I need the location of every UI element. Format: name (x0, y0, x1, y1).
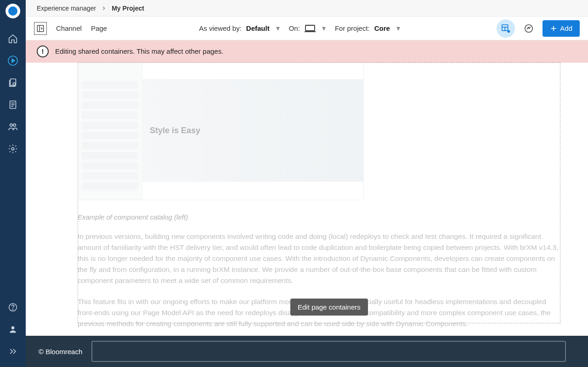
tooltip: Edit page containers (290, 299, 368, 316)
warning-message: Editing shared containers. This may affe… (55, 47, 223, 55)
svg-rect-16 (305, 25, 315, 31)
breadcrumb-current: My Project (112, 5, 144, 12)
add-button-label: Add (560, 24, 572, 32)
sidebar-item-help[interactable] (0, 296, 26, 318)
footer-container-slot[interactable] (91, 341, 566, 362)
sidebar-item-user[interactable] (0, 318, 26, 340)
page-dropdown[interactable]: Page (91, 24, 107, 32)
svg-point-12 (12, 309, 13, 310)
svg-point-9 (13, 124, 16, 127)
example-screenshot: Style is Easy (78, 62, 364, 200)
view-as-label: As viewed by: (199, 24, 242, 32)
main-area: Experience manager My Project Channel Pa… (26, 0, 588, 367)
page-canvas[interactable]: Style is Easy Example of component catal… (26, 62, 588, 367)
svg-marker-1 (12, 59, 15, 62)
page-footer: © Bloomreach (26, 336, 588, 367)
tooltip-text: Edit page containers (298, 303, 361, 311)
image-caption: Example of component catalog (left) (78, 213, 560, 221)
view-as-value[interactable]: Default (246, 24, 270, 32)
hero-title-text: Style is Easy (150, 126, 200, 136)
body-paragraph: In previous versions, building new compo… (78, 231, 560, 286)
editor-toolbar: Channel Page As viewed by: Default ▾ On:… (26, 17, 588, 40)
chevron-down-icon[interactable]: ▾ (322, 24, 326, 33)
preview-button[interactable] (520, 19, 538, 38)
sidebar-item-experience[interactable] (0, 50, 26, 72)
warning-banner: ! Editing shared containers. This may af… (26, 40, 588, 62)
svg-point-21 (508, 30, 510, 33)
channel-dropdown[interactable]: Channel (56, 24, 82, 32)
brand-logo[interactable] (6, 4, 20, 18)
chevron-down-icon[interactable]: ▾ (396, 24, 400, 33)
svg-point-13 (11, 326, 15, 329)
chevron-right-icon (102, 6, 106, 11)
on-label: On: (289, 24, 300, 32)
sidebar-item-home[interactable] (0, 28, 26, 50)
warning-icon: ! (37, 45, 49, 57)
footer-copyright: © Bloomreach (39, 348, 82, 356)
sidebar-item-settings[interactable] (0, 138, 26, 160)
breadcrumb: Experience manager My Project (26, 0, 588, 17)
sidebar-toggle-button[interactable] (34, 22, 47, 35)
project-label: For project: (335, 24, 370, 32)
device-icon[interactable] (305, 24, 316, 33)
svg-point-3 (13, 83, 16, 85)
sidebar-item-documents[interactable] (0, 94, 26, 116)
sidebar-item-collapse[interactable] (0, 340, 26, 362)
main-sidebar (0, 0, 26, 367)
svg-point-8 (10, 124, 12, 127)
edit-containers-button[interactable] (497, 19, 515, 38)
sidebar-item-projects[interactable] (0, 72, 26, 94)
sidebar-item-audience[interactable] (0, 116, 26, 138)
svg-point-10 (11, 147, 14, 150)
add-button[interactable]: Add (543, 20, 580, 37)
chevron-down-icon[interactable]: ▾ (276, 24, 280, 33)
breadcrumb-root[interactable]: Experience manager (37, 5, 96, 12)
project-value[interactable]: Core (374, 24, 390, 32)
